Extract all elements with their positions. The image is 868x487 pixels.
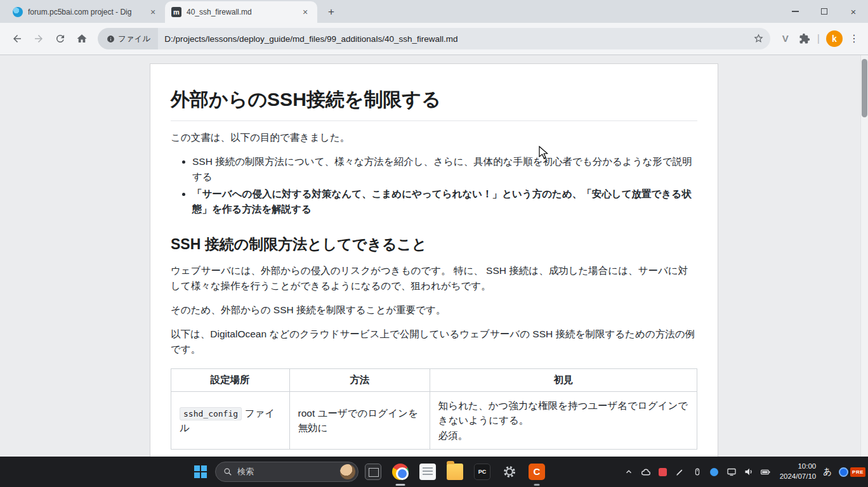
cell-text: 知られた、かつ強力な権限を持つユーザ名でログインできないようにする。 (438, 398, 688, 428)
vertical-scrollbar[interactable] (860, 55, 868, 457)
close-button[interactable]: × (839, 0, 868, 23)
maximize-button[interactable] (810, 0, 839, 23)
running-indicator (534, 484, 540, 486)
inline-code: sshd_config (180, 407, 242, 420)
forward-button[interactable] (28, 28, 49, 49)
tab-strip: forum.pc5bai.com project - Dig × m 40_ss… (0, 0, 868, 23)
intro-paragraph: この文書は、以下の目的で書きました。 (171, 130, 697, 145)
methods-table: 設定場所 方法 初見 sshd_config ファイル root ユーザでのログ… (171, 368, 697, 450)
pen-tray-icon[interactable] (674, 466, 686, 477)
mouse-tray-icon[interactable] (692, 466, 703, 477)
taskbar-app-explorer[interactable] (442, 457, 468, 487)
red-status-icon (659, 468, 667, 476)
browser-toolbar: ファイル D:/projects/lessons/deploy_guide/md… (0, 23, 868, 55)
tab-close-icon[interactable]: × (299, 6, 311, 18)
table-cell-method: root ユーザでのログインを無効に (289, 392, 430, 450)
back-button[interactable] (6, 28, 28, 49)
ime-mode-indicator[interactable]: あ (823, 466, 832, 477)
address-bar[interactable]: ファイル D:/projects/lessons/deploy_guide/md… (98, 28, 770, 49)
display-tray-icon[interactable] (726, 466, 737, 477)
c-app-icon: C (529, 464, 545, 480)
toolbar-divider: | (817, 33, 820, 44)
profile-avatar[interactable]: k (826, 30, 843, 47)
column-header: 設定場所 (171, 369, 290, 392)
badge-label: ファイル (118, 34, 150, 44)
notification-blue-icon[interactable] (839, 467, 848, 477)
column-header: 方法 (289, 369, 430, 392)
column-header: 初見 (430, 369, 697, 392)
cell-text: 必須。 (438, 428, 688, 443)
forum-favicon-icon (13, 7, 23, 17)
onedrive-cloud-icon[interactable] (640, 466, 652, 477)
preview-badge: PRE (850, 467, 865, 477)
table-cell-description: 知られた、かつ強力な権限を持つユーザ名でログインできないようにする。 必須。 (430, 392, 697, 450)
blue-status-icon (710, 468, 718, 476)
puzzle-icon (799, 33, 810, 44)
taskbar-app-dark[interactable] (360, 457, 386, 487)
markdown-document: 外部からのSSH接続を制限する この文書は、以下の目的で書きました。 SSH 接… (150, 63, 718, 457)
alert-tray-icon[interactable] (657, 466, 669, 477)
purpose-list: SSH 接続の制限方法について、様々な方法を紹介し、さらに、具体的な手順を初心者… (171, 154, 697, 217)
taskbar: 検索 PC C (0, 457, 868, 487)
section-heading: SSH 接続の制限方法としてできること (171, 235, 697, 254)
back-icon (11, 33, 23, 44)
table-header-row: 設定場所 方法 初見 (171, 369, 697, 392)
tab-md-file[interactable]: m 40_ssh_firewall.md × (165, 1, 317, 23)
pycharm-icon: PC (474, 464, 490, 480)
taskbar-search[interactable]: 検索 (215, 462, 358, 482)
tab-title: 40_ssh_firewall.md (187, 8, 294, 16)
start-button[interactable] (188, 457, 213, 487)
star-icon (753, 33, 764, 44)
page-title: 外部からのSSH接続を制限する (171, 87, 697, 121)
taskbar-clock[interactable]: 10:00 2024/07/10 (780, 462, 817, 481)
maximize-icon (821, 8, 827, 15)
dark-app-icon (365, 464, 381, 480)
home-button[interactable] (71, 28, 93, 49)
paragraph: そのため、外部からの SSH 接続を制限することが重要です。 (171, 302, 697, 318)
info-icon (107, 35, 115, 43)
page-viewport: 外部からのSSH接続を制限する この文書は、以下の目的で書きました。 SSH 接… (0, 55, 868, 457)
paragraph: ウェブサーバには、外部からの侵入のリスクがつきものです。 特に、 SSH 接続は… (171, 263, 697, 294)
browser-menu-button[interactable]: ⋮ (846, 31, 862, 46)
running-indicator (396, 484, 405, 486)
taskbar-app-pycharm[interactable]: PC (470, 457, 495, 487)
search-highlight-image[interactable] (340, 464, 355, 479)
show-hidden-icons-button[interactable] (623, 466, 635, 477)
clock-time: 10:00 (780, 462, 817, 472)
search-label: 検索 (237, 466, 335, 477)
chrome-icon (392, 464, 409, 480)
gear-icon (501, 464, 518, 480)
file-scheme-badge[interactable]: ファイル (98, 28, 158, 49)
search-icon (223, 467, 232, 476)
taskbar-app-notepad[interactable] (415, 457, 440, 487)
taskbar-app-chrome[interactable] (388, 457, 413, 487)
extension-v-button[interactable]: V (778, 31, 793, 46)
notepad-icon (419, 464, 436, 480)
url-text[interactable]: D:/projects/lessons/deploy_guide/md_file… (164, 34, 770, 44)
new-tab-button[interactable]: + (322, 3, 340, 21)
taskbar-center: 検索 PC C (188, 457, 549, 487)
blue-app-tray-icon[interactable] (709, 466, 720, 477)
paragraph: 以下は、DigitalOcean などのクラウドサービス上で公開しているウェブサ… (171, 327, 697, 357)
battery-icon[interactable] (760, 466, 772, 477)
bookmark-star-button[interactable] (753, 33, 764, 46)
tab-close-icon[interactable]: × (147, 6, 159, 18)
minimize-button[interactable] (780, 0, 810, 23)
screen: forum.pc5bai.com project - Dig × m 40_ss… (0, 0, 868, 487)
table-cell-location: sshd_config ファイル (171, 392, 290, 450)
scrollbar-thumb[interactable] (862, 59, 867, 117)
taskbar-app-settings[interactable] (497, 457, 522, 487)
taskbar-app-c[interactable]: C (524, 457, 549, 487)
volume-icon[interactable] (743, 466, 754, 477)
window-controls: × (780, 0, 868, 23)
taskbar-corner: PRE (839, 467, 865, 477)
reload-icon (55, 33, 66, 44)
home-icon (76, 33, 88, 44)
reload-button[interactable] (49, 28, 71, 49)
extensions-button[interactable] (796, 30, 813, 48)
tab-forum[interactable]: forum.pc5bai.com project - Dig × (6, 1, 165, 23)
list-item: SSH 接続の制限方法について、様々な方法を紹介し、さらに、具体的な手順を初心者… (192, 154, 697, 185)
clock-date: 2024/07/10 (780, 472, 817, 482)
list-item: 「サーバへの侵入に対する対策なんて、こまめにやってられない！」という方のため、「… (192, 186, 697, 217)
minimize-icon (792, 11, 799, 12)
